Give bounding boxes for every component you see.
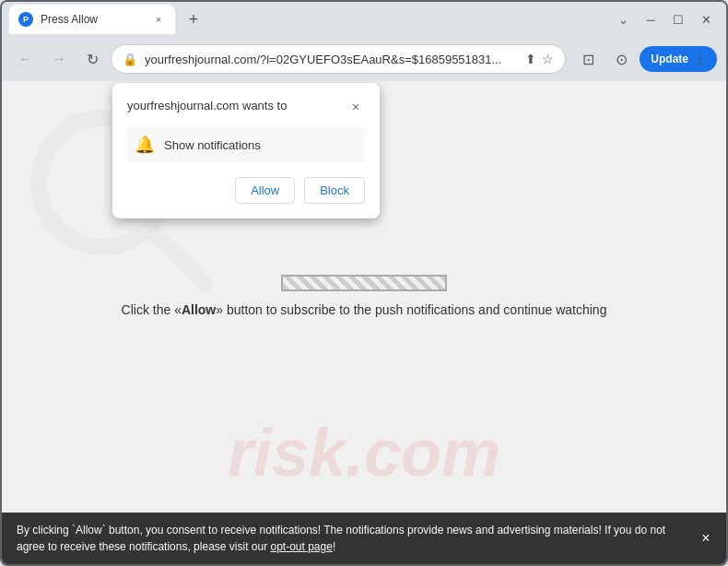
content-area: risk.com yourfreshjournal.com wants to ×…	[2, 81, 726, 564]
maximize-button[interactable]: ☐	[665, 6, 691, 32]
bottom-bar-text: By clicking `Allow` button, you consent …	[17, 524, 665, 553]
bottom-bar-close-button[interactable]: ×	[695, 527, 717, 549]
bottom-bar-text-end: !	[333, 540, 335, 553]
svg-line-1	[154, 233, 205, 284]
profile-icon[interactable]: ⊙	[606, 44, 636, 74]
close-button[interactable]: ✕	[693, 6, 719, 32]
reload-button[interactable]: ↻	[77, 44, 107, 74]
nav-right-buttons: ⊡ ⊙ Update ⋮	[573, 44, 717, 74]
instruction-allow: Allow	[182, 302, 216, 317]
bookmark-icon[interactable]: ☆	[542, 52, 554, 66]
bell-icon: 🔔	[135, 135, 155, 155]
instruction-after: » button to subscribe to the push notifi…	[216, 302, 606, 317]
title-bar: P Press Allow × + ⌄ ─ ☐ ✕	[2, 2, 726, 37]
update-button[interactable]: Update ⋮	[640, 46, 717, 72]
tab-area: P Press Allow × +	[9, 5, 606, 34]
new-tab-button[interactable]: +	[181, 6, 206, 32]
update-chevron-icon: ⋮	[694, 53, 706, 66]
popup-buttons: Allow Block	[127, 177, 365, 204]
progress-bar	[281, 275, 447, 291]
bottom-notification-bar: By clicking `Allow` button, you consent …	[2, 513, 726, 564]
update-label: Update	[651, 53, 688, 65]
window-controls: ⌄ ─ ☐ ✕	[610, 6, 719, 32]
nav-bar: ← → ↻ 🔒 yourfreshjournal.com/?l=02GYUEFO…	[2, 37, 726, 81]
chevron-down-icon[interactable]: ⌄	[610, 6, 636, 32]
lock-icon: 🔒	[123, 53, 137, 66]
tab-close-button[interactable]: ×	[151, 12, 166, 27]
extension-icon[interactable]: ⊡	[573, 44, 603, 74]
popup-title: yourfreshjournal.com wants to	[127, 98, 287, 114]
share-icon[interactable]: ⬆	[525, 52, 536, 66]
block-button[interactable]: Block	[304, 177, 365, 204]
popup-header: yourfreshjournal.com wants to ×	[127, 98, 365, 116]
instruction-before: Click the «	[122, 302, 182, 317]
back-button[interactable]: ←	[11, 44, 41, 74]
popup-close-button[interactable]: ×	[346, 98, 365, 116]
browser-window: P Press Allow × + ⌄ ─ ☐ ✕ ← → ↻ 🔒 yourfr…	[0, 0, 728, 566]
favicon-letter: P	[23, 15, 29, 24]
tab-title: Press Allow	[41, 13, 144, 26]
active-tab[interactable]: P Press Allow ×	[9, 5, 175, 34]
popup-notification-row: 🔔 Show notifications	[127, 127, 365, 162]
address-bar[interactable]: 🔒 yourfreshjournal.com/?l=02GYUEFO3sEAau…	[111, 44, 566, 74]
allow-button[interactable]: Allow	[235, 177, 295, 204]
watermark-text: risk.com	[228, 415, 500, 490]
notification-label: Show notifications	[164, 138, 261, 152]
opt-out-link[interactable]: opt-out page	[270, 540, 332, 553]
notification-popup: yourfreshjournal.com wants to × 🔔 Show n…	[112, 83, 380, 218]
url-text: yourfreshjournal.com/?l=02GYUEFO3sEAauR&…	[145, 53, 518, 66]
address-bar-icons: ⬆ ☆	[525, 52, 554, 66]
tab-favicon: P	[18, 12, 33, 27]
forward-button[interactable]: →	[44, 44, 74, 74]
instruction-text: Click the «Allow» button to subscribe to…	[122, 302, 607, 317]
minimize-button[interactable]: ─	[638, 6, 663, 32]
